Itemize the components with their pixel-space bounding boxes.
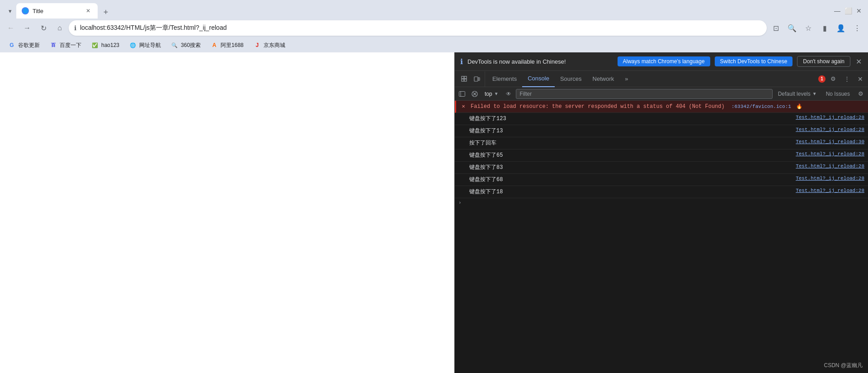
log-levels-label: Default levels bbox=[778, 91, 811, 97]
context-selector[interactable]: top ▼ bbox=[482, 90, 501, 98]
home-btn[interactable]: ⌂ bbox=[52, 21, 67, 35]
switch-to-chinese-btn[interactable]: Switch DevTools to Chinese bbox=[715, 56, 793, 66]
console-messages: ✕ Failed to load resource: the server re… bbox=[455, 101, 868, 373]
close-btn[interactable]: ✕ bbox=[855, 7, 863, 14]
context-dropdown-icon: ▼ bbox=[494, 91, 499, 96]
menu-btn[interactable]: ⋮ bbox=[850, 21, 864, 35]
toolbar-actions: ⊡ 🔍 ☆ ▮ 👤 ⋮ bbox=[769, 21, 864, 35]
console-toolbar: top ▼ 👁 Default levels ▼ No Issues ⚙ bbox=[455, 87, 868, 101]
active-tab[interactable]: 🌐 Title ✕ bbox=[16, 3, 98, 19]
svg-rect-3 bbox=[464, 79, 467, 81]
tab-title: Title bbox=[33, 8, 80, 14]
minimize-btn[interactable]: — bbox=[834, 7, 841, 14]
console-expand-btn[interactable]: › bbox=[455, 198, 868, 207]
bookmark-favicon-google: G bbox=[8, 42, 15, 49]
translate-btn[interactable]: ⊡ bbox=[769, 21, 783, 35]
always-match-language-btn[interactable]: Always match Chrome's language bbox=[618, 56, 710, 66]
message-source-5[interactable]: Test.html?_ij_reload:28 bbox=[783, 176, 864, 181]
message-source-0[interactable]: Test.html?_ij_reload:28 bbox=[783, 115, 864, 120]
error-icon: ✕ bbox=[460, 103, 467, 110]
bookmark-label-google: 谷歌更新 bbox=[18, 42, 40, 49]
address-info-icon: ℹ bbox=[74, 24, 76, 32]
tab-close-btn[interactable]: ✕ bbox=[84, 7, 92, 15]
bookmark-nav[interactable]: 🌐 网址导航 bbox=[125, 40, 165, 51]
message-text-5: 键盘按下了68 bbox=[469, 176, 783, 184]
search-btn[interactable]: 🔍 bbox=[785, 21, 799, 35]
message-source-1[interactable]: Test.html?_ij_reload:28 bbox=[783, 127, 864, 132]
title-bar: ▾ 🌐 Title ✕ + — ⬜ ✕ bbox=[0, 0, 868, 18]
clear-console-btn[interactable] bbox=[469, 89, 480, 99]
sidebar-toggle-btn[interactable] bbox=[457, 89, 467, 99]
bookmarks-bar: G 谷歌更新 百 百度一下 ✅ hao123 🌐 网址导航 🔍 360搜索 A … bbox=[0, 38, 868, 52]
log-levels-dropdown[interactable]: Default levels ▼ bbox=[774, 90, 821, 98]
new-tab-btn[interactable]: + bbox=[99, 6, 112, 19]
error-text: Failed to load resource: the server resp… bbox=[471, 103, 725, 110]
bookmark-label-baidu: 百度一下 bbox=[60, 42, 81, 49]
eye-filter-btn[interactable]: 👁 bbox=[503, 89, 514, 99]
profile-btn[interactable]: 👤 bbox=[834, 21, 848, 35]
bookmark-baidu[interactable]: 百 百度一下 bbox=[45, 40, 86, 51]
console-filter-input[interactable] bbox=[516, 89, 773, 99]
dont-show-again-btn[interactable]: Don't show again bbox=[797, 56, 850, 67]
tab-console-label: Console bbox=[528, 75, 549, 82]
svg-rect-4 bbox=[474, 77, 478, 81]
devtools-more-options-btn[interactable]: ⋮ bbox=[841, 73, 853, 85]
maximize-btn[interactable]: ⬜ bbox=[844, 7, 852, 14]
bookmark-label-jd: 京东商城 bbox=[264, 42, 285, 49]
devtools-tabs-actions: 1 ⚙ ⋮ ✕ bbox=[818, 73, 866, 85]
message-source-4[interactable]: Test.html?_ij_reload:28 bbox=[783, 163, 864, 169]
message-icon-4 bbox=[458, 163, 466, 171]
reload-btn[interactable]: ↻ bbox=[36, 21, 51, 35]
svg-rect-2 bbox=[462, 79, 464, 81]
devtools-tab-bar: Elements Console Sources Network » 1 ⚙ ⋮… bbox=[455, 71, 868, 87]
tab-favicon: 🌐 bbox=[22, 7, 29, 14]
bookmark-google-update[interactable]: G 谷歌更新 bbox=[4, 40, 44, 51]
notification-close-btn[interactable]: ✕ bbox=[855, 56, 863, 67]
bookmark-favicon-ali: A bbox=[211, 42, 218, 49]
message-source-3[interactable]: Test.html?_ij_reload:28 bbox=[783, 151, 864, 157]
sidebar-btn[interactable]: ▮ bbox=[817, 21, 832, 35]
tab-elements-label: Elements bbox=[492, 75, 517, 82]
bookmark-btn[interactable]: ☆ bbox=[801, 21, 816, 35]
address-bar[interactable]: ℹ localhost:63342/HTML/js第一章/Test.html?_… bbox=[69, 20, 767, 36]
context-label: top bbox=[485, 91, 492, 97]
responsive-design-btn[interactable] bbox=[471, 73, 483, 85]
bookmark-jd[interactable]: J 京东商城 bbox=[249, 40, 290, 51]
error-message-content: Failed to load resource: the server resp… bbox=[471, 103, 864, 111]
window-controls: — ⬜ ✕ bbox=[834, 7, 868, 14]
console-message-1: 键盘按下了13 Test.html?_ij_reload:28 bbox=[455, 125, 868, 137]
console-message-0: 键盘按下了123 Test.html?_ij_reload:28 bbox=[455, 113, 868, 125]
error-count-badge[interactable]: 1 bbox=[818, 75, 826, 83]
message-text-0: 键盘按下了123 bbox=[469, 115, 783, 123]
message-icon-0 bbox=[458, 115, 466, 122]
back-btn[interactable]: ← bbox=[4, 21, 18, 35]
bookmark-360[interactable]: 🔍 360搜索 bbox=[166, 40, 205, 51]
devtools-close-btn[interactable]: ✕ bbox=[854, 73, 866, 85]
forward-btn[interactable]: → bbox=[20, 21, 34, 35]
tab-more-label: » bbox=[625, 75, 628, 82]
tab-elements[interactable]: Elements bbox=[487, 71, 522, 87]
svg-rect-0 bbox=[462, 76, 464, 79]
bookmark-hao123[interactable]: ✅ hao123 bbox=[87, 40, 124, 51]
message-source-2[interactable]: Test.html?_ij_reload:30 bbox=[783, 139, 864, 145]
toolbar: ← → ↻ ⌂ ℹ localhost:63342/HTML/js第一章/Tes… bbox=[0, 18, 868, 38]
message-icon-2 bbox=[458, 139, 466, 146]
devtools-settings-btn[interactable]: ⚙ bbox=[827, 73, 839, 85]
tab-more[interactable]: » bbox=[619, 71, 633, 87]
message-text-6: 键盘按下了18 bbox=[469, 188, 783, 196]
tabs-dropdown-btn[interactable]: ▾ bbox=[4, 5, 16, 17]
tab-console[interactable]: Console bbox=[522, 71, 555, 87]
watermark-text: CSDN @蓝幽凡 bbox=[824, 362, 863, 368]
log-levels-arrow: ▼ bbox=[812, 91, 817, 96]
tab-sources[interactable]: Sources bbox=[555, 71, 587, 87]
inspect-element-btn[interactable] bbox=[458, 73, 470, 85]
error-source-link[interactable]: :63342/favicon.ico:1 bbox=[728, 104, 791, 109]
error-flame-icon: 🔥 bbox=[796, 104, 802, 109]
bookmark-ali[interactable]: A 阿里1688 bbox=[206, 40, 248, 51]
console-settings-btn[interactable]: ⚙ bbox=[855, 89, 866, 99]
tab-network[interactable]: Network bbox=[587, 71, 620, 87]
console-message-error: ✕ Failed to load resource: the server re… bbox=[455, 101, 868, 113]
tab-sources-label: Sources bbox=[560, 75, 582, 82]
message-source-6[interactable]: Test.html?_ij_reload:28 bbox=[783, 188, 864, 193]
console-message-4: 键盘按下了83 Test.html?_ij_reload:28 bbox=[455, 162, 868, 174]
